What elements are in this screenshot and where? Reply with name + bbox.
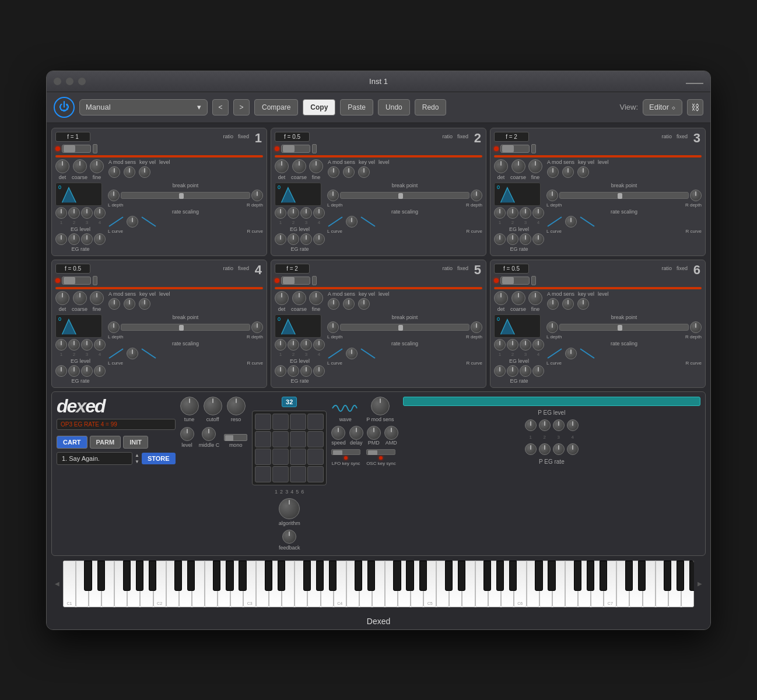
black-key[interactable]: [458, 561, 465, 591]
op2-kvel-knob[interactable]: [343, 166, 355, 178]
op3-level-knob[interactable]: [577, 166, 589, 178]
store-button[interactable]: STORE: [142, 453, 176, 464]
preset-arrows[interactable]: ▲ ▼: [135, 453, 139, 464]
op1-ratio-switch[interactable]: [62, 145, 91, 153]
black-key[interactable]: [587, 561, 594, 591]
op2-det-knob[interactable]: [275, 159, 289, 173]
black-key[interactable]: [535, 561, 542, 591]
black-key[interactable]: [419, 561, 427, 591]
p-mod-sens-knob[interactable]: [371, 397, 390, 415]
algo-cell-7[interactable]: [290, 431, 306, 447]
op2-fine-knob[interactable]: [309, 159, 323, 173]
op6-fixed-switch[interactable]: [531, 276, 536, 285]
op2-egrate4-knob[interactable]: [313, 233, 325, 245]
op3-rdepth-knob[interactable]: [690, 190, 702, 201]
white-key[interactable]: C1: [63, 561, 76, 607]
op2-egrate2-knob[interactable]: [288, 233, 299, 245]
op4-det-knob[interactable]: [55, 291, 69, 305]
nav-forward-button[interactable]: >: [233, 99, 250, 116]
algorithm-number[interactable]: 32: [282, 397, 297, 407]
black-key[interactable]: [548, 561, 555, 591]
op3-ldepth-knob[interactable]: [546, 190, 558, 201]
amd-knob[interactable]: [384, 426, 398, 440]
op6-ldepth-knob[interactable]: [546, 321, 558, 333]
black-key[interactable]: [600, 561, 607, 591]
nav-back-button[interactable]: <: [212, 99, 229, 116]
op5-eglvl4-knob[interactable]: [313, 339, 325, 351]
op1-rs-knob[interactable]: [127, 216, 138, 228]
op2-rs-knob[interactable]: [346, 216, 358, 228]
op3-eglvl1-knob[interactable]: [494, 207, 506, 219]
p-eg-level2-knob[interactable]: [539, 419, 551, 431]
op2-ratio-switch[interactable]: [281, 145, 310, 153]
init-button[interactable]: INIT: [123, 436, 148, 449]
op1-ldepth-knob[interactable]: [108, 190, 120, 201]
op5-fine-knob[interactable]: [309, 291, 323, 305]
algo-cell-15[interactable]: [290, 466, 306, 482]
black-key[interactable]: [689, 561, 694, 591]
op1-det-knob[interactable]: [55, 159, 69, 173]
p-eg-rate1-knob[interactable]: [525, 443, 537, 455]
algo-cell-5[interactable]: [255, 431, 271, 447]
reso-knob[interactable]: [227, 397, 246, 415]
parm-button[interactable]: PARM: [90, 436, 121, 449]
op4-eglvl3-knob[interactable]: [81, 339, 93, 351]
op5-egrate2-knob[interactable]: [288, 365, 299, 377]
op5-ratio-switch[interactable]: [281, 276, 310, 285]
op3-egrate4-knob[interactable]: [532, 233, 544, 245]
op3-amod-knob[interactable]: [547, 166, 559, 178]
op5-det-knob[interactable]: [275, 291, 289, 305]
black-key[interactable]: [664, 561, 671, 591]
op2-egrate3-knob[interactable]: [300, 233, 312, 245]
op3-rs-knob[interactable]: [565, 216, 577, 228]
preset-name-display[interactable]: 1. Say Again.: [57, 452, 132, 465]
op3-active-dot[interactable]: [494, 146, 499, 151]
black-key[interactable]: [393, 561, 401, 591]
op4-fixed-switch[interactable]: [93, 276, 97, 285]
lfo-key-sync-slider[interactable]: [331, 449, 360, 455]
op2-rdepth-knob[interactable]: [471, 190, 482, 201]
op3-ratio-switch[interactable]: [500, 145, 530, 153]
black-key[interactable]: [174, 561, 182, 591]
op5-bp-slider[interactable]: [340, 324, 469, 331]
black-key[interactable]: [149, 561, 156, 591]
op2-eglvl4-knob[interactable]: [313, 207, 325, 219]
algo-cell-11[interactable]: [290, 449, 306, 465]
algo-cell-8[interactable]: [307, 431, 324, 447]
op6-eglvl2-knob[interactable]: [507, 339, 518, 351]
paste-button[interactable]: Paste: [340, 99, 373, 116]
op1-eglvl4-knob[interactable]: [94, 207, 106, 219]
op5-amod-knob[interactable]: [328, 298, 339, 310]
minimize-button[interactable]: [66, 78, 73, 85]
black-key[interactable]: [136, 561, 143, 591]
black-key[interactable]: [406, 561, 413, 591]
op3-fixed-switch[interactable]: [531, 144, 536, 153]
op5-fixed-switch[interactable]: [312, 276, 317, 285]
black-key[interactable]: [355, 561, 362, 591]
op6-egrate4-knob[interactable]: [532, 365, 544, 377]
algo-cell-6[interactable]: [272, 431, 289, 447]
op5-active-dot[interactable]: [275, 278, 279, 283]
op5-egrate3-knob[interactable]: [300, 365, 312, 377]
black-key[interactable]: [265, 561, 272, 591]
op2-fixed-switch[interactable]: [312, 144, 317, 153]
black-key[interactable]: [625, 561, 633, 591]
tune-knob[interactable]: [180, 397, 199, 415]
op4-amod-knob[interactable]: [108, 298, 120, 310]
op4-rs-knob[interactable]: [127, 348, 138, 359]
op3-egrate1-knob[interactable]: [494, 233, 506, 245]
op2-eglvl3-knob[interactable]: [300, 207, 312, 219]
black-key[interactable]: [97, 561, 105, 591]
black-key[interactable]: [187, 561, 195, 591]
op2-eglvl1-knob[interactable]: [275, 207, 286, 219]
black-key[interactable]: [303, 561, 311, 591]
op1-eglvl2-knob[interactable]: [68, 207, 80, 219]
op6-det-knob[interactable]: [494, 291, 508, 305]
op2-active-dot[interactable]: [275, 146, 279, 151]
op4-bp-slider[interactable]: [121, 324, 250, 331]
algo-cell-12[interactable]: [307, 449, 324, 465]
middle-c-knob[interactable]: [202, 427, 216, 441]
op4-egrate4-knob[interactable]: [94, 365, 106, 377]
power-button[interactable]: ⏻: [54, 97, 75, 118]
op2-egrate1-knob[interactable]: [275, 233, 286, 245]
